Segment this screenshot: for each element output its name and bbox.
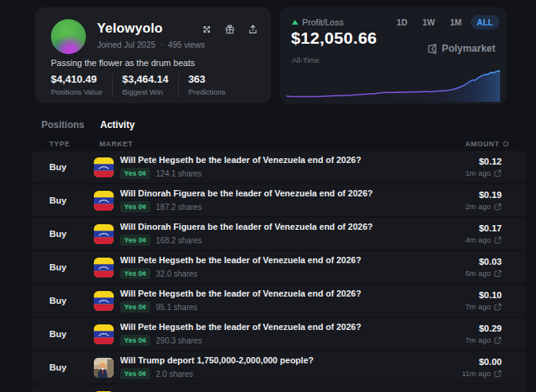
time-range-button[interactable]: ALL: [471, 15, 499, 29]
table-row[interactable]: Buy Will Dinorah Figuera be the leader o…: [32, 184, 526, 216]
shares-label: 95.1 shares: [156, 303, 197, 312]
time-label: 4m ago: [465, 235, 491, 244]
market-icon: [94, 358, 114, 378]
time-label: 7m ago: [465, 302, 491, 311]
tab[interactable]: Positions: [41, 119, 84, 130]
trade-time[interactable]: 11m ago: [462, 369, 502, 378]
trade-time[interactable]: 2m ago: [465, 202, 502, 211]
market-icon: [94, 191, 114, 211]
amount-cell: $0.03 5m ago: [465, 257, 502, 278]
market-cell: Will Pete Hegseth be the leader of Venez…: [120, 255, 465, 279]
outcome-badge: Yes 0¢: [120, 368, 150, 379]
gift-icon[interactable]: [224, 24, 235, 35]
market-subline: Yes 0¢ 168.2 shares: [120, 235, 465, 246]
brand-label: Polymarket: [442, 43, 495, 54]
market-title[interactable]: Will Dinorah Figuera be the leader of Ve…: [120, 188, 465, 199]
profile-actions: [201, 24, 258, 35]
market-subline: Yes 0¢ 290.3 shares: [120, 335, 465, 346]
trade-type: Buy: [49, 296, 94, 305]
external-link-icon[interactable]: [494, 203, 502, 211]
stat-value: 363: [188, 73, 226, 85]
tab[interactable]: Activity: [100, 119, 134, 130]
time-range-button[interactable]: 1D: [390, 15, 414, 29]
column-header-amount[interactable]: AMOUNT: [465, 140, 509, 148]
market-title[interactable]: Will Pete Hegseth be the leader of Venez…: [120, 322, 465, 332]
up-triangle-icon: [292, 20, 298, 25]
amount-value: $0.00: [462, 357, 502, 367]
profile-name: Yelowyolo: [97, 21, 163, 36]
market-cell: Will Dinorah Figuera be the leader of Ve…: [120, 222, 465, 246]
pl-title-label: Profit/Loss: [302, 17, 344, 27]
table-row[interactable]: [32, 385, 526, 392]
crossed-arrows-icon[interactable]: [201, 24, 212, 35]
trade-type: Buy: [49, 363, 94, 372]
external-link-icon[interactable]: [494, 236, 502, 244]
table-row[interactable]: Buy Will Pete Hegseth be the leader of V…: [32, 151, 526, 183]
amount-value: $0.12: [465, 157, 502, 166]
trade-time[interactable]: 7m ago: [465, 336, 502, 344]
profile-stat: $3,464.14 Biggest Win: [112, 73, 178, 96]
market-title[interactable]: Will Pete Hegseth be the leader of Venez…: [120, 289, 465, 299]
trade-type: Buy: [49, 229, 94, 239]
time-range-selector: 1D 1W 1M ALL: [390, 15, 499, 29]
outcome-badge: Yes 0¢: [120, 168, 150, 179]
amount-value: $0.10: [465, 290, 502, 300]
profit-loss-card: Profit/Loss 1D 1W 1M ALL $12,050.66 Poly…: [280, 7, 507, 104]
trade-type: Buy: [49, 196, 94, 205]
outcome-badge: Yes 0¢: [120, 235, 150, 246]
market-subline: Yes 0¢ 187.2 shares: [120, 201, 465, 212]
share-icon[interactable]: [247, 24, 258, 35]
time-label: 2m ago: [465, 202, 491, 211]
market-cell: Will Pete Hegseth be the leader of Venez…: [120, 289, 465, 312]
stat-value: $3,464.14: [122, 73, 169, 85]
pl-title: Profit/Loss: [292, 17, 344, 27]
shares-label: 124.1 shares: [156, 169, 202, 178]
polymarket-brand: Polymarket: [427, 43, 495, 54]
market-icon: [94, 291, 114, 311]
trade-time[interactable]: 5m ago: [465, 269, 502, 278]
meta-separator: ·: [161, 40, 164, 49]
avatar[interactable]: [51, 19, 86, 54]
pl-value: $12,050.66: [291, 29, 377, 48]
profile-meta: Joined Jul 2025 · 495 views: [97, 40, 205, 49]
market-title[interactable]: Will Dinorah Figuera be the leader of Ve…: [120, 222, 465, 232]
table-row[interactable]: Buy Will Trump deport 1,750,000-2,000,00…: [32, 351, 526, 383]
profile-bio: Passing the flower as the drum beats: [51, 58, 195, 68]
profile-stats: $4,410.49 Positions Value $3,464.14 Bigg…: [51, 73, 235, 96]
trade-type: Buy: [49, 262, 94, 272]
venezuela-flag-icon: [94, 157, 114, 177]
table-row[interactable]: Buy Will Dinorah Figuera be the leader o…: [32, 218, 526, 250]
amount-cell: $0.17 4m ago: [465, 223, 502, 244]
time-range-button[interactable]: 1M: [444, 15, 468, 29]
trade-time[interactable]: 7m ago: [465, 302, 502, 311]
external-link-icon[interactable]: [494, 370, 502, 378]
external-link-icon[interactable]: [494, 303, 502, 311]
stat-label: Biggest Win: [122, 87, 169, 96]
stat-label: Positions Value: [51, 87, 103, 96]
venezuela-flag-icon: [94, 224, 114, 244]
shares-label: 168.2 shares: [156, 236, 202, 245]
stat-value: $4,410.49: [51, 73, 103, 85]
market-title[interactable]: Will Trump deport 1,750,000-2,000,000 pe…: [120, 355, 462, 366]
market-subline: Yes 0¢ 2.0 shares: [120, 368, 462, 379]
market-icon: [94, 324, 114, 344]
external-link-icon[interactable]: [494, 336, 502, 344]
trade-time[interactable]: 1m ago: [465, 169, 502, 177]
table-row[interactable]: Buy Will Pete Hegseth be the leader of V…: [32, 285, 526, 316]
trade-time[interactable]: 4m ago: [465, 235, 502, 244]
market-title[interactable]: Will Pete Hegseth be the leader of Venez…: [120, 255, 465, 266]
external-link-icon[interactable]: [494, 169, 502, 177]
market-title[interactable]: Will Pete Hegseth be the leader of Venez…: [120, 155, 465, 165]
table-row[interactable]: Buy Will Pete Hegseth be the leader of V…: [32, 318, 526, 350]
table-row[interactable]: Buy Will Pete Hegseth be the leader of V…: [32, 251, 526, 283]
amount-cell: $0.12 1m ago: [465, 157, 502, 177]
time-range-button[interactable]: 1W: [416, 15, 441, 29]
amount-value: $0.29: [465, 324, 502, 333]
market-icon: [94, 157, 114, 177]
shares-label: 187.2 shares: [156, 203, 202, 212]
external-link-icon[interactable]: [494, 270, 502, 278]
polymarket-profile-page: Yelowyolo Joined Jul 2025 · 495 views: [0, 0, 536, 392]
column-header-type: TYPE: [49, 140, 99, 148]
stat-label: Predictions: [188, 87, 226, 96]
amount-header-label: AMOUNT: [465, 140, 499, 148]
